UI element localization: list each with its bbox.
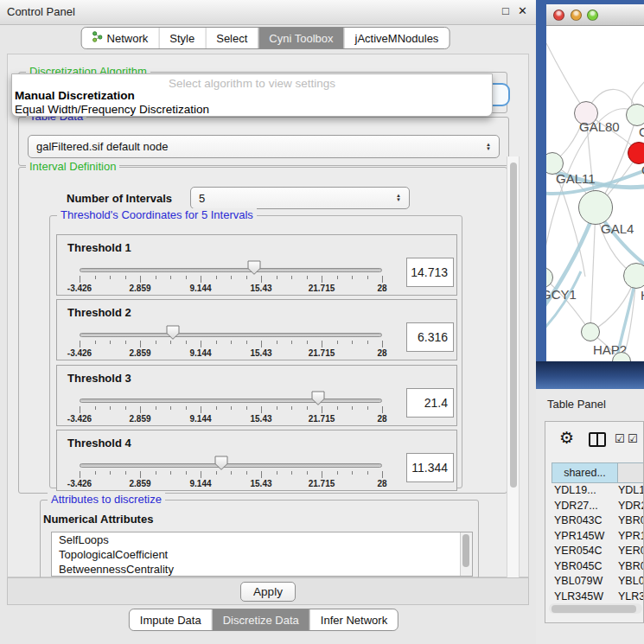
attributes-scrollbar[interactable] — [460, 532, 472, 576]
checkbox-icon[interactable]: ☑ — [628, 432, 638, 445]
num-intervals-combobox[interactable]: 5 ▲▼ — [190, 187, 410, 209]
interval-definition-group: Interval Definition Number of Intervals … — [18, 167, 507, 494]
threshold-label: Threshold 3 — [67, 372, 131, 385]
tab-cyni-toolbox[interactable]: Cyni Toolbox — [258, 28, 343, 48]
tab-style[interactable]: Style — [158, 28, 205, 48]
table-panel-title: Table Panel — [547, 398, 606, 411]
interval-group-title: Interval Definition — [26, 160, 119, 173]
tick-label: 2.859 — [129, 348, 150, 358]
checkbox-icon[interactable]: ☑ — [615, 432, 625, 445]
table-hscrollbar[interactable] — [549, 603, 642, 614]
column-header-name[interactable]: na — [618, 462, 644, 483]
tick-label: 9.144 — [189, 414, 211, 424]
threshold-value-field[interactable]: 21.4 — [406, 388, 454, 418]
tab-select[interactable]: Select — [205, 28, 258, 48]
table-row[interactable]: YER054CYER0 — [552, 544, 644, 559]
network-node[interactable] — [578, 190, 613, 225]
table-panel: ⚙ ☑ ☑ shared... na YDL19...YDL1YDR27...Y… — [545, 421, 644, 623]
network-frame-bottom — [536, 361, 644, 389]
algorithm-dropdown-popup: Select algorithm to view settings Manual… — [11, 73, 493, 117]
slider-thumb[interactable] — [311, 391, 325, 405]
dropdown-hint: Select algorithm to view settings — [12, 77, 492, 90]
table-row[interactable]: YPR145WYPR1 — [552, 529, 644, 545]
close-icon[interactable]: ✕ — [518, 4, 527, 17]
cell-name: YER0 — [618, 545, 644, 557]
minimize-traffic-light-icon[interactable] — [571, 10, 582, 21]
table-row[interactable]: YBR043CYBR0 — [552, 513, 644, 529]
network-node[interactable] — [581, 322, 600, 341]
table-row[interactable]: YBR045CYBR0 — [552, 559, 644, 575]
node-label: GCY1 — [546, 287, 577, 302]
tick-label: 15.43 — [250, 479, 271, 488]
slider-thumb[interactable] — [214, 456, 228, 470]
cell-shared-name: YBR043C — [552, 513, 618, 529]
cell-shared-name: YDR27... — [552, 499, 618, 514]
tab-label: Impute Data — [140, 614, 201, 627]
tab-network[interactable]: Network — [82, 28, 159, 48]
threshold-slider[interactable] — [80, 463, 382, 468]
node-label: GAL11 — [556, 171, 596, 186]
tab-jactivemnodules[interactable]: jActiveMNodules — [344, 28, 450, 48]
cell-shared-name: YPR145W — [552, 529, 618, 545]
threshold-slider[interactable] — [80, 399, 382, 403]
tab-label: Style — [169, 32, 194, 45]
threshold-value-field[interactable]: 14.713 — [406, 258, 454, 287]
tab-discretize-data[interactable]: Discretize Data — [212, 609, 309, 630]
bottom-tabs: Impute DataDiscretize DataInfer Network — [129, 609, 399, 631]
threshold-value-field[interactable]: 6.316 — [406, 322, 454, 352]
threshold-slider[interactable] — [80, 268, 382, 272]
threshold-slider[interactable] — [80, 333, 382, 337]
table-row[interactable]: YLR345WYLR3 — [552, 590, 644, 603]
threshold-panel: Threshold 1 -3.4262.8599.14415.4321.7152… — [56, 234, 457, 296]
numerical-attributes-list[interactable]: SelfLoopsTopologicalCoefficientBetweenne… — [51, 532, 473, 577]
tick-label: 21.715 — [309, 479, 335, 488]
numerical-attributes-label: Numerical Attributes — [43, 513, 153, 526]
content-scrollbar[interactable] — [507, 156, 520, 578]
apply-button[interactable]: Apply — [240, 582, 296, 602]
table-row[interactable]: YBL079WYBL0 — [552, 574, 644, 590]
slider-ticks — [80, 276, 382, 284]
attribute-item-betweennesscentrality[interactable]: BetweennessCentrality — [52, 562, 472, 577]
cell-name: YBR0 — [618, 560, 644, 572]
tick-label: 15.43 — [250, 348, 271, 358]
zoom-traffic-light-icon[interactable] — [587, 10, 598, 21]
threshold-value-field[interactable]: 11.344 — [406, 453, 454, 482]
table-row[interactable]: YDL19...YDL1 — [552, 483, 644, 499]
cell-shared-name: YBR045C — [552, 559, 618, 575]
tab-label: Network — [107, 32, 149, 45]
table-row[interactable]: YDR27...YDR2 — [552, 499, 644, 514]
dropdown-option-manual-discretization[interactable]: Manual Discretization — [15, 89, 135, 102]
gear-icon[interactable]: ⚙ — [559, 428, 574, 448]
close-traffic-light-icon[interactable] — [553, 10, 564, 21]
num-intervals-value: 5 — [199, 192, 205, 205]
network-canvas[interactable]: GAL80GACGAL11GAL4GCY1HHAP2 — [546, 26, 644, 361]
spinner-icon: ▲▼ — [396, 194, 401, 202]
threshold-label: Threshold 4 — [67, 437, 131, 450]
float-window-icon[interactable]: □ — [502, 4, 509, 17]
attributes-group: Attributes to discretize Numerical Attri… — [40, 500, 479, 579]
attribute-item-selfloops[interactable]: SelfLoops — [52, 532, 472, 547]
network-node[interactable] — [626, 104, 644, 126]
dropdown-option-equal-width-frequency-discretization[interactable]: Equal Width/Frequency Discretization — [15, 103, 209, 116]
node-label: H — [641, 288, 644, 303]
slider-ticks — [80, 341, 382, 348]
tab-label: Discretize Data — [223, 614, 299, 627]
node-label: GAL80 — [579, 119, 620, 134]
network-node[interactable] — [623, 263, 644, 289]
tab-impute-data[interactable]: Impute Data — [130, 609, 212, 630]
tab-infer-network[interactable]: Infer Network — [309, 609, 398, 630]
tick-label: 28 — [377, 348, 386, 358]
threshold-panel: Threshold 2 -3.4262.8599.14415.4321.7152… — [56, 299, 457, 360]
slider-thumb[interactable] — [166, 325, 180, 340]
table-data-combobox[interactable]: galFiltered.sif default node ▲▼ — [28, 135, 500, 158]
slider-thumb[interactable] — [247, 260, 261, 275]
tab-label: Select — [216, 32, 247, 45]
tick-label: -3.426 — [67, 414, 92, 424]
network-node[interactable] — [628, 142, 644, 164]
tick-label: 2.859 — [129, 284, 150, 293]
threshold-label: Threshold 1 — [67, 241, 131, 254]
columns-icon[interactable] — [589, 432, 606, 447]
network-window-titlebar — [546, 4, 644, 26]
attribute-item-topologicalcoefficient[interactable]: TopologicalCoefficient — [52, 547, 472, 562]
column-header-shared[interactable]: shared... — [552, 462, 618, 483]
